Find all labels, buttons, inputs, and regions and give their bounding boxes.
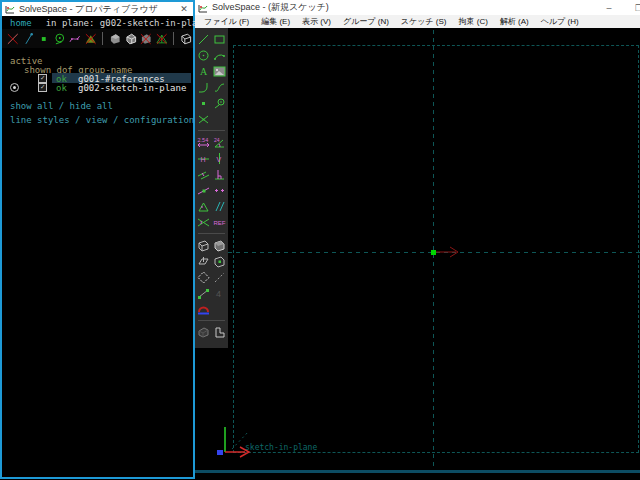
- show-points-toggle[interactable]: [196, 286, 211, 301]
- center-view-at-point-button[interactable]: [212, 254, 227, 269]
- datum-point-button[interactable]: [196, 96, 211, 111]
- menu-sketch[interactable]: スケッチ (S): [395, 16, 453, 27]
- menu-edit[interactable]: 編集 (E): [255, 16, 296, 27]
- svg-text:V: V: [217, 155, 222, 162]
- property-browser-title: SolveSpace - プロパティブラウザ: [19, 3, 158, 16]
- svg-text:24: 24: [214, 136, 220, 142]
- axes-triad-icon: [213, 424, 257, 458]
- constrain-oriented-same-button[interactable]: [212, 199, 227, 214]
- hide-mesh-icon[interactable]: [155, 32, 169, 46]
- hide-edges-icon[interactable]: [6, 32, 20, 46]
- svg-text:H: H: [201, 155, 206, 162]
- nearest-iso-view-button[interactable]: [212, 238, 227, 253]
- tangent-arc-button[interactable]: [196, 80, 211, 95]
- desktop: { "property_browser": { "title": "SolveS…: [0, 0, 640, 480]
- sketch-line-button[interactable]: [196, 32, 211, 47]
- home-link[interactable]: home: [10, 18, 32, 28]
- main-window: SolveSpace - (新規スケッチ) – ❐ ファイル (F) 編集 (E…: [195, 0, 640, 473]
- toggle-construction-button[interactable]: [212, 96, 227, 111]
- menubar: ファイル (F) 編集 (E) 表示 (V) グループ (N) スケッチ (S)…: [195, 15, 640, 28]
- split-curves-button[interactable]: [196, 112, 211, 127]
- workplane-label[interactable]: sketch-in-plane: [245, 443, 317, 452]
- sketch-canvas[interactable]: sketch-in-plane A: [195, 28, 640, 470]
- edges-view-icon[interactable]: [124, 32, 138, 46]
- constrain-parallel-button[interactable]: [196, 167, 211, 182]
- workplane-vertical-axis: [433, 30, 434, 468]
- sketch-circle-button[interactable]: [196, 48, 211, 63]
- constrain-vertical-button[interactable]: V: [212, 151, 227, 166]
- minimize-button[interactable]: –: [603, 3, 615, 13]
- constrain-point-on-line-button[interactable]: [196, 183, 211, 198]
- styles-view-config-links[interactable]: line styles / view / configuration: [10, 115, 194, 125]
- menu-help[interactable]: ヘルプ (H): [535, 16, 585, 27]
- hide-faces-icon[interactable]: [84, 32, 98, 46]
- dof-status: ok: [56, 83, 67, 93]
- constrain-distance-button[interactable]: 2.54: [196, 135, 211, 150]
- show-constraints-toggle[interactable]: 4: [212, 286, 227, 301]
- active-group-radio[interactable]: [10, 83, 19, 92]
- menu-group[interactable]: グループ (N): [337, 16, 395, 27]
- sketch-arc-button[interactable]: [212, 48, 227, 63]
- toolbar-separator: [198, 233, 225, 234]
- menu-view[interactable]: 表示 (V): [296, 16, 337, 27]
- menu-file[interactable]: ファイル (F): [198, 16, 255, 27]
- menu-analyze[interactable]: 解析 (A): [494, 16, 535, 27]
- toolbar-separator: [198, 130, 225, 131]
- main-titlebar[interactable]: SolveSpace - (新規スケッチ) – ❐: [195, 0, 640, 15]
- show-construction-toggle[interactable]: [196, 270, 211, 285]
- show-outline-toggle[interactable]: [212, 325, 227, 340]
- shown-checkbox[interactable]: ✓: [38, 83, 47, 92]
- align-view-to-workplane-button[interactable]: [196, 254, 211, 269]
- occluded-wireframe-icon[interactable]: [179, 32, 193, 46]
- browser-view-toggles: [2, 29, 193, 48]
- menu-constrain[interactable]: 拘束 (C): [453, 16, 494, 27]
- origin-x-arrow-icon: [436, 246, 464, 258]
- property-browser-titlebar[interactable]: SolveSpace - プロパティブラウザ ✕: [2, 2, 193, 16]
- hide-outlines-icon[interactable]: [139, 32, 153, 46]
- draw-dashed-toggle[interactable]: [212, 270, 227, 285]
- sketch-toolbar: A 2.54 24 H V: [195, 28, 228, 348]
- svg-text:2.54: 2.54: [198, 137, 209, 143]
- show-hide-all-links[interactable]: show all / hide all: [10, 101, 113, 111]
- sketch-bezier-button[interactable]: [212, 80, 227, 95]
- solvespace-app-icon: [198, 3, 208, 13]
- other-supplementary-angle-button[interactable]: [196, 215, 211, 230]
- shown-checkbox[interactable]: ✓: [38, 74, 47, 83]
- maximize-button[interactable]: ❐: [633, 3, 640, 13]
- main-window-title: SolveSpace - (新規スケッチ): [212, 1, 329, 14]
- svg-text:4: 4: [216, 289, 221, 299]
- constrain-angle-button[interactable]: 24: [212, 135, 227, 150]
- shaded-view-icon[interactable]: [108, 32, 122, 46]
- constrain-equal-button[interactable]: [196, 199, 211, 214]
- toolbar-separator: [198, 320, 225, 321]
- sketch-rectangle-button[interactable]: [212, 32, 227, 47]
- property-browser-window: SolveSpace - プロパティブラウザ ✕ home in plane: …: [0, 0, 195, 479]
- constrain-symmetric-button[interactable]: [212, 183, 227, 198]
- group-name-link[interactable]: g002-sketch-in-plane: [78, 83, 186, 93]
- show-constraints-icon[interactable]: [68, 32, 82, 46]
- sketch-text-button[interactable]: A: [196, 64, 211, 79]
- sketch-image-button[interactable]: [212, 64, 227, 79]
- show-workplanes-icon[interactable]: [53, 32, 67, 46]
- show-normals-icon[interactable]: [22, 32, 36, 46]
- in-plane-context: in plane: g002-sketch-in-plane: [46, 18, 209, 28]
- show-mesh-toggle[interactable]: [196, 325, 211, 340]
- solvespace-app-icon: [5, 4, 15, 14]
- toolbar-separator: [102, 32, 103, 45]
- svg-text:REF: REF: [214, 220, 226, 226]
- toggle-reference-dim-button[interactable]: REF: [212, 215, 227, 230]
- show-faces-toggle[interactable]: [196, 302, 211, 317]
- nearest-ortho-view-button[interactable]: [196, 238, 211, 253]
- close-button[interactable]: ✕: [178, 4, 190, 14]
- svg-text:A: A: [200, 66, 208, 77]
- constrain-horizontal-button[interactable]: H: [196, 151, 211, 166]
- constrain-perpendicular-button[interactable]: [212, 167, 227, 182]
- browser-nav-row: home in plane: g002-sketch-in-plane: [2, 16, 193, 29]
- show-points-icon[interactable]: [37, 32, 51, 46]
- toolbar-separator: [173, 32, 174, 45]
